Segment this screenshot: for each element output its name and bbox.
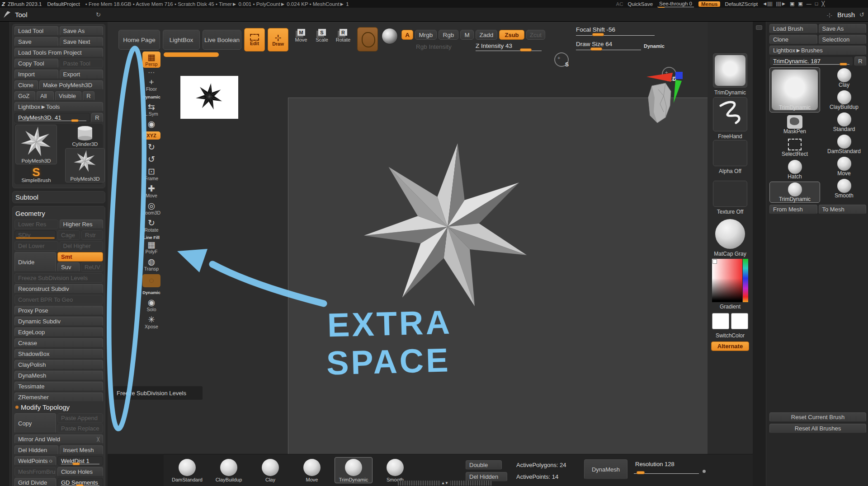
- shelf-toggle[interactable]: XYZ: [142, 131, 160, 140]
- brush-subsection[interactable]: [769, 373, 866, 383]
- z-intensity-handle[interactable]: [520, 48, 532, 51]
- copy-tool-button[interactable]: Copy Tool: [14, 59, 58, 68]
- draw-size-handle[interactable]: [590, 47, 602, 51]
- anchor-button[interactable]: A: [401, 30, 413, 40]
- brush-subsection[interactable]: [769, 229, 866, 240]
- brush-thumb-trimdynamic-2[interactable]: TrimDynamic: [769, 182, 820, 203]
- lightbox-button[interactable]: LightBox: [163, 30, 200, 50]
- to-mesh-button[interactable]: To Mesh: [819, 205, 867, 214]
- alternate-button[interactable]: Alternate: [711, 341, 749, 351]
- lightbox-brushes-button[interactable]: Lightbox►Brushes: [769, 46, 866, 55]
- del-hidden-button[interactable]: Del Hidden: [14, 445, 58, 455]
- resolution-slider[interactable]: Resolution 128: [632, 459, 700, 469]
- collapse-left-tray-icon[interactable]: ◄||||: [762, 1, 772, 7]
- bottom-brush-thumb[interactable]: DamStandard: [168, 457, 206, 483]
- load-tools-from-project-button[interactable]: Load Tools From Project: [14, 48, 103, 57]
- brush-subsection[interactable]: [769, 219, 866, 229]
- make-polymesh3d-button[interactable]: Make PolyMesh3D: [39, 80, 103, 90]
- see-through-slider[interactable]: See-through 0: [657, 1, 694, 7]
- brush-subsection[interactable]: [769, 318, 866, 329]
- tool-thumb-polymesh3d[interactable]: PolyMesh3D: [15, 125, 57, 164]
- export-button[interactable]: Export: [60, 70, 104, 79]
- suv-toggle[interactable]: Suv: [57, 262, 80, 272]
- current-brush-thumb[interactable]: [713, 53, 747, 88]
- weldpoints-button[interactable]: WeldPoints○: [14, 456, 56, 466]
- subtool-section-header[interactable]: Subtool: [15, 193, 102, 201]
- save-next-button[interactable]: Save Next: [60, 37, 104, 47]
- live-boolean-button[interactable]: Live Boolean: [203, 30, 241, 50]
- sculpt-star-mesh[interactable]: [361, 140, 534, 313]
- goz-r-button[interactable]: R: [83, 91, 94, 101]
- color-picker[interactable]: [712, 259, 748, 302]
- brush-subsection[interactable]: [769, 351, 866, 362]
- shelf-divider-handle[interactable]: [164, 52, 219, 57]
- shelf-toggle[interactable]: ◎ Zoom3D: [142, 201, 160, 215]
- color-swatch-secondary[interactable]: [731, 313, 748, 329]
- resolution-handle[interactable]: [637, 471, 645, 474]
- alpha-picker[interactable]: [713, 140, 747, 166]
- zsub-button[interactable]: Zsub: [499, 30, 524, 40]
- rgb-intensity-slider[interactable]: Rgb Intensity: [416, 43, 452, 50]
- rgb-button[interactable]: Rgb: [439, 30, 458, 40]
- lightbox-tools-button[interactable]: Lightbox►Tools: [14, 102, 103, 112]
- shelf-toggle[interactable]: Line Fill ▦ PolyF: [142, 235, 160, 254]
- draw-mode-button[interactable]: -¦- Draw: [268, 28, 288, 51]
- move-mode-button[interactable]: M Move: [292, 29, 310, 42]
- material-thumb[interactable]: [715, 219, 745, 249]
- brush-subsection[interactable]: [769, 252, 866, 262]
- load-tool-button[interactable]: Load Tool: [14, 26, 58, 36]
- brush-subsection[interactable]: [769, 307, 866, 318]
- zadd-button[interactable]: Zadd: [476, 30, 497, 40]
- brush-save-as-button[interactable]: Save As: [819, 24, 867, 33]
- brush-thumb-maskpen[interactable]: MaskPen: [769, 114, 820, 135]
- bottom-dynamesh-button[interactable]: DynaMesh: [584, 459, 627, 479]
- tessimate-button[interactable]: Tessimate: [14, 382, 103, 391]
- load-brush-button[interactable]: Load Brush: [769, 24, 817, 33]
- goz-all-button[interactable]: All: [37, 91, 54, 101]
- shelf-toggle[interactable]: ↻: [142, 142, 160, 152]
- shelf-toggle[interactable]: ↺: [142, 154, 160, 164]
- edit-mode-button[interactable]: Edit: [244, 28, 265, 51]
- brush-subsection[interactable]: [769, 274, 866, 285]
- shelf-toggle[interactable]: + Floor: [142, 77, 160, 92]
- active-brush-slider-handle[interactable]: [840, 63, 847, 65]
- clone-button[interactable]: Clone: [14, 80, 38, 90]
- shelf-toggle[interactable]: ◉ Solo: [142, 298, 160, 312]
- brush-thumb-standard[interactable]: Standard: [822, 112, 866, 133]
- shelf-toggle[interactable]: ⊡ Frame: [142, 167, 160, 181]
- brush-thumb-move[interactable]: Move: [822, 156, 866, 177]
- close-holes-button[interactable]: Close Holes: [57, 467, 103, 477]
- cycle-ui-icon[interactable]: ↻: [96, 11, 101, 18]
- tool-thumb-polymesh3d-star[interactable]: PolyMesh3D: [65, 148, 105, 182]
- default-zscript-button[interactable]: DefaultZScript: [725, 1, 758, 7]
- select-icon-button[interactable]: SelectIcon: [819, 35, 867, 44]
- bottom-brush-thumb[interactable]: Move: [293, 457, 331, 483]
- double-button[interactable]: Double: [466, 460, 502, 470]
- palette-reset-icon[interactable]: ↺: [859, 11, 864, 18]
- cage-button[interactable]: Cage: [57, 230, 80, 240]
- active-tool-slider-handle[interactable]: [71, 119, 79, 122]
- brush-subsection[interactable]: [769, 296, 866, 307]
- palette-drag-handle-icon[interactable]: -¦-: [827, 12, 833, 18]
- save-button[interactable]: Save: [14, 37, 58, 47]
- shelf-toggle[interactable]: ◌: [142, 274, 160, 287]
- active-tool-slider[interactable]: PolyMesh3D. 41: [14, 113, 90, 122]
- save-as-button[interactable]: Save As: [60, 26, 104, 36]
- rotate-mode-button[interactable]: R Rotate: [333, 29, 354, 42]
- reset-current-brush-button[interactable]: Reset Current Brush: [769, 412, 866, 422]
- shelf-toggle[interactable]: ◍ Transp: [142, 257, 160, 271]
- geometry-section-header[interactable]: Geometry: [15, 210, 102, 217]
- dock-palette-icon[interactable]: ▣: [798, 1, 802, 7]
- welddist-slider[interactable]: WeldDist 1: [57, 456, 103, 466]
- shelf-toggle[interactable]: Dynamic: [142, 290, 160, 295]
- brush-subsection[interactable]: [769, 362, 866, 373]
- hue-strip[interactable]: [743, 259, 748, 302]
- brush-subsection[interactable]: [769, 329, 866, 340]
- left-tray-divider[interactable]: [0, 22, 10, 486]
- dynamesh-button[interactable]: DynaMesh: [14, 371, 103, 380]
- claypolish-button[interactable]: ClayPolish: [14, 360, 103, 369]
- quicksave-button[interactable]: QuickSave: [627, 1, 653, 7]
- brush-subsection[interactable]: [769, 395, 866, 406]
- tool-thumb-simplebrush[interactable]: S SimpleBrush: [15, 165, 57, 183]
- mrgb-button[interactable]: Mrgb: [415, 30, 437, 40]
